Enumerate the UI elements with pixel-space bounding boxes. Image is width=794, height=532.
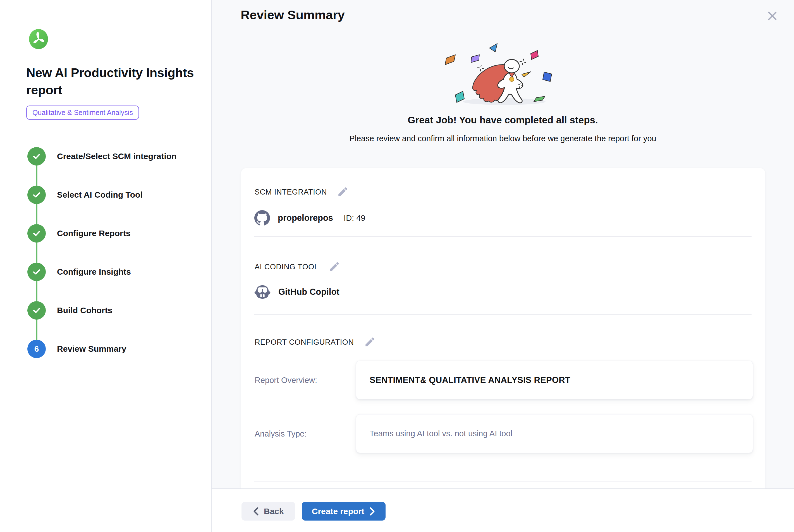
wizard-sidebar: New AI Productivity Insights report Qual… — [0, 0, 212, 532]
report-overview-row: Report Overview: SENTIMENT& QUALITATIVE … — [241, 361, 765, 399]
github-icon — [254, 210, 270, 226]
scm-integration-value: propelorepos ID: 49 — [254, 210, 365, 226]
step-label: Configure Insights — [57, 267, 131, 277]
step-configure-insights[interactable]: Configure Insights — [27, 263, 200, 281]
step-label: Create/Select SCM integration — [57, 152, 176, 161]
scm-integration-id: ID: 49 — [344, 213, 365, 223]
wizard-stepper: Create/Select SCM integration Select AI … — [27, 147, 200, 358]
page-title: Review Summary — [241, 8, 345, 22]
edit-report-config-pencil-icon[interactable] — [363, 336, 376, 349]
propeller-logo-icon — [29, 29, 49, 49]
step-configure-reports[interactable]: Configure Reports — [27, 224, 200, 243]
step-build-cohorts[interactable]: Build Cohorts — [27, 301, 200, 320]
report-overview-value-box: SENTIMENT& QUALITATIVE ANALYSIS REPORT — [356, 361, 753, 399]
edit-scm-pencil-icon[interactable] — [336, 186, 349, 198]
step-select-ai-coding-tool[interactable]: Select AI Coding Tool — [27, 186, 200, 204]
scm-integration-label: SCM INTEGRATION — [254, 188, 327, 196]
step-label: Select AI Coding Tool — [57, 190, 143, 200]
scm-integration-section-header: SCM INTEGRATION — [254, 186, 349, 198]
step-done-check-icon — [27, 301, 46, 320]
report-title: New AI Productivity Insights report — [26, 64, 200, 99]
report-configuration-label: REPORT CONFIGURATION — [254, 338, 354, 347]
report-configuration-section-header: REPORT CONFIGURATION — [254, 336, 376, 349]
step-label: Build Cohorts — [57, 306, 112, 315]
analysis-type-value-box: Teams using AI tool vs. not using AI too… — [356, 414, 753, 453]
step-current-number: 6 — [27, 340, 46, 358]
step-review-summary[interactable]: 6 Review Summary — [27, 340, 200, 358]
close-icon[interactable] — [765, 10, 779, 23]
step-done-check-icon — [27, 224, 46, 243]
step-done-check-icon — [27, 186, 46, 204]
ai-coding-tool-value: GitHub Copilot — [254, 284, 340, 300]
section-divider — [254, 481, 752, 481]
analysis-type-label: Analysis Type: — [254, 429, 306, 438]
edit-ai-tool-pencil-icon[interactable] — [328, 261, 341, 273]
ai-coding-tool-name: GitHub Copilot — [278, 287, 340, 297]
ai-coding-tool-label: AI CODING TOOL — [254, 263, 319, 271]
summary-card: SCM INTEGRATION propelorepos ID: 49 AI C… — [241, 168, 765, 489]
chevron-left-icon — [253, 507, 259, 515]
stepper-rail — [36, 156, 37, 349]
analysis-type-value: Teams using AI tool vs. not using AI too… — [370, 429, 512, 438]
create-report-button[interactable]: Create report — [302, 502, 385, 520]
celebration-superhero-illustration — [437, 40, 568, 107]
completion-subtitle: Please review and confirm all informatio… — [212, 134, 794, 143]
section-divider — [254, 236, 752, 237]
completion-hero: Great Job! You have completed all steps.… — [212, 40, 794, 143]
step-done-check-icon — [27, 263, 46, 281]
wizard-footer: Back Create report — [212, 489, 794, 532]
scm-integration-name: propelorepos — [278, 213, 333, 223]
chevron-right-icon — [369, 507, 376, 515]
section-divider — [254, 314, 752, 315]
back-button[interactable]: Back — [242, 502, 295, 520]
report-overview-label: Report Overview: — [254, 375, 317, 385]
ai-coding-tool-section-header: AI CODING TOOL — [254, 261, 341, 273]
step-done-check-icon — [27, 147, 46, 166]
completion-message: Great Job! You have completed all steps. — [212, 114, 794, 126]
analysis-type-row: Analysis Type: Teams using AI tool vs. n… — [241, 414, 765, 453]
github-copilot-icon — [254, 284, 270, 300]
step-label: Review Summary — [57, 344, 126, 354]
step-create-select-scm-integration[interactable]: Create/Select SCM integration — [27, 147, 200, 166]
report-type-badge: Qualitative & Sentiment Analysis — [26, 106, 139, 120]
review-summary-panel: Review Summary — [212, 0, 794, 532]
report-overview-value: SENTIMENT& QUALITATIVE ANALYSIS REPORT — [370, 375, 570, 385]
step-label: Configure Reports — [57, 229, 130, 238]
